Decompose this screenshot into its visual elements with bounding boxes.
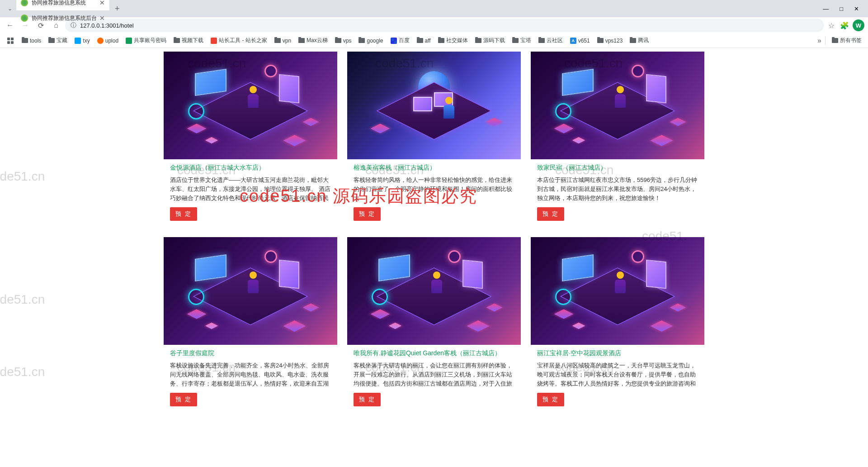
- hotel-card: 金悦源酒店（丽江古城大水车店） 酒店位于世界文化遗产——大研古城玉河走廊兰花街，…: [164, 52, 337, 227]
- new-tab-button[interactable]: +: [110, 4, 124, 14]
- browser-tab[interactable]: 协同推荐旅游信息系统 ✕: [16, 0, 109, 10]
- bookmark-label: 腾讯: [638, 37, 649, 44]
- book-button[interactable]: 预 定: [354, 207, 381, 221]
- bookmark-item[interactable]: txy: [72, 36, 92, 45]
- bookmark-item[interactable]: tools: [19, 36, 44, 45]
- hotel-description: 酒店位于世界文化遗产——大研古城玉河走廊兰花街，毗邻大水车、红太阳广场，东接龙潭…: [170, 176, 331, 203]
- bookmark-label: 云社区: [547, 37, 563, 44]
- hotel-title[interactable]: 金悦源酒店（丽江古城大水车店）: [170, 164, 331, 172]
- hotel-image[interactable]: [347, 52, 521, 159]
- bookmark-item[interactable]: 源码下载: [472, 35, 508, 46]
- extensions-icon[interactable]: 🧩: [838, 19, 851, 32]
- bookmark-item[interactable]: 🐾百度: [388, 35, 412, 46]
- book-button[interactable]: 预 定: [170, 393, 197, 406]
- v-icon: A: [570, 38, 576, 44]
- hotel-title[interactable]: 致家民宿（丽江古城店）: [537, 164, 698, 172]
- bookmark-item[interactable]: Av651: [567, 36, 593, 45]
- bookmark-item[interactable]: 社交媒体: [435, 35, 471, 46]
- bookmark-label: 视频下载: [182, 37, 203, 44]
- bookmark-label: 百度: [399, 37, 410, 44]
- folder-icon: [298, 38, 305, 43]
- book-button[interactable]: 预 定: [537, 207, 564, 221]
- back-button[interactable]: ←: [4, 19, 16, 32]
- maximize-button[interactable]: □: [840, 5, 843, 12]
- bookmark-item[interactable]: 站长工具 - 站长之家: [208, 35, 270, 46]
- bookmark-item[interactable]: aff: [414, 36, 434, 45]
- close-window-button[interactable]: ✕: [854, 5, 859, 12]
- folder-icon: [475, 38, 481, 43]
- bookmark-item[interactable]: 共享账号密码: [123, 35, 169, 46]
- profile-avatar[interactable]: W: [853, 19, 864, 31]
- hotel-grid: 金悦源酒店（丽江古城大水车店） 酒店位于世界文化遗产——大研古城玉河走廊兰花街，…: [164, 48, 704, 416]
- folder-icon: [417, 38, 423, 43]
- bookmark-label: 共享账号密码: [134, 37, 166, 44]
- tab-title: 协同推荐旅游信息系统: [32, 0, 97, 7]
- upload-icon: [97, 38, 104, 44]
- folder-icon: [538, 38, 545, 43]
- book-button[interactable]: 预 定: [354, 393, 381, 406]
- bookmark-star-icon[interactable]: ☆: [826, 19, 836, 32]
- bookmark-item[interactable]: [4, 35, 17, 46]
- minimize-button[interactable]: —: [823, 5, 829, 12]
- book-button[interactable]: 预 定: [537, 393, 564, 406]
- folder-icon: [274, 38, 281, 43]
- bookmark-item[interactable]: 宝塔: [509, 35, 534, 46]
- bookmark-item[interactable]: uplod: [94, 36, 121, 45]
- hotel-title[interactable]: 丽江宝祥居·空中花园观景酒店: [537, 349, 698, 357]
- hotel-info: 榕逸美宿客栈（丽江古城店） 客栈轻奢简约风格，给人一种非常轻松愉快的感觉，给住进…: [347, 159, 521, 227]
- bookmark-label: 社交媒体: [446, 37, 468, 44]
- folder-icon: [438, 38, 444, 43]
- bookmark-label: google: [367, 38, 383, 44]
- apps-icon: [6, 37, 14, 45]
- hotel-image[interactable]: [347, 237, 521, 345]
- all-bookmarks-button[interactable]: 所有书签: [829, 35, 864, 46]
- tab-close-icon[interactable]: ✕: [99, 14, 105, 22]
- folder-icon: [335, 38, 341, 43]
- bookmark-item[interactable]: 腾讯: [627, 35, 651, 46]
- hotel-description: 客栈设施设备先进完善，功能齐全，客房24小时热水、全部房间无线网络覆盖、全部房间…: [170, 361, 331, 388]
- bookmarks-bar: tools宝藏txyuplod共享账号密码视频下载站长工具 - 站长之家vpnM…: [0, 33, 868, 48]
- hotel-image[interactable]: [531, 237, 704, 345]
- book-button[interactable]: 预 定: [170, 207, 197, 221]
- bookmark-label: v651: [578, 38, 590, 44]
- hotel-description: 客栈坐落于大研古镇的丽江，会让您在丽江拥有别样的体验，开展一段难忘的旅行。从酒店…: [354, 361, 514, 388]
- bookmark-label: vps123: [605, 38, 623, 44]
- hotel-description: 宝祥居是八河区域较高的建筑之一，天台早可远眺玉龙雪山，晚可观古城夜景；同时客栈天…: [537, 361, 698, 388]
- bookmark-item[interactable]: google: [356, 36, 386, 45]
- tab-dropdown[interactable]: ⌄: [4, 5, 16, 12]
- bookmark-item[interactable]: 视频下载: [171, 35, 206, 46]
- tab-close-icon[interactable]: ✕: [99, 0, 105, 6]
- hotel-image[interactable]: [164, 52, 337, 159]
- browser-tab[interactable]: 协同推荐旅游信息系统后台 ✕: [16, 10, 109, 26]
- browser-chrome: ⌄ 协同推荐旅游信息系统 ✕ 协同推荐旅游信息系统后台 ✕ + — □ ✕ ← …: [0, 0, 868, 48]
- tab-title: 协同推荐旅游信息系统后台: [32, 14, 97, 22]
- hotel-title[interactable]: 榕逸美宿客栈（丽江古城店）: [354, 164, 514, 172]
- folder-icon: [48, 38, 55, 43]
- hotel-title[interactable]: 唯我所有.静谧花园Quiet Garden客栈（丽江古城店）: [354, 349, 514, 357]
- bookmark-item[interactable]: 云社区: [536, 35, 566, 46]
- tab-bar: ⌄ 协同推荐旅游信息系统 ✕ 协同推荐旅游信息系统后台 ✕ + — □ ✕: [0, 0, 868, 17]
- hotel-image[interactable]: [164, 237, 337, 345]
- hotel-card: 丽江宝祥居·空中花园观景酒店 宝祥居是八河区域较高的建筑之一，天台早可远眺玉龙雪…: [531, 237, 704, 413]
- folder-icon: [832, 38, 838, 43]
- all-bookmarks-label: 所有书签: [840, 37, 862, 44]
- hotel-image[interactable]: [531, 52, 704, 159]
- hotel-card: 致家民宿（丽江古城店） 本店位于丽江古城网红夜市忠义市场，5596旁边，步行几分…: [531, 52, 704, 227]
- bookmarks-overflow-icon[interactable]: »: [817, 37, 821, 45]
- bookmark-label: aff: [425, 38, 431, 44]
- hotel-title[interactable]: 谷子里度假庭院: [170, 349, 331, 357]
- hotel-info: 丽江宝祥居·空中花园观景酒店 宝祥居是八河区域较高的建筑之一，天台早可远眺玉龙雪…: [531, 345, 704, 413]
- txy-icon: [75, 38, 81, 44]
- bookmark-label: 源码下载: [483, 37, 505, 44]
- folder-icon: [512, 38, 519, 43]
- page-content[interactable]: .cn code51.cn code51.cn code51.cn cn cod…: [0, 48, 868, 467]
- bookmark-item[interactable]: Max云梯: [296, 35, 330, 46]
- folder-icon: [630, 38, 636, 43]
- hotel-info: 谷子里度假庭院 客栈设施设备先进完善，功能齐全，客房24小时热水、全部房间无线网…: [164, 345, 337, 413]
- bookmark-item[interactable]: vps123: [594, 36, 626, 45]
- url-field[interactable]: ⓘ 127.0.0.1:3001/hotel: [65, 19, 824, 32]
- bookmark-item[interactable]: vpn: [272, 36, 294, 45]
- bookmark-item[interactable]: vps: [332, 36, 354, 45]
- bookmark-item[interactable]: 宝藏: [46, 35, 70, 46]
- hotel-description: 客栈轻奢简约风格，给人一种非常轻松愉快的感觉，给住进来的你们营造了一个明亮宁静的…: [354, 176, 514, 203]
